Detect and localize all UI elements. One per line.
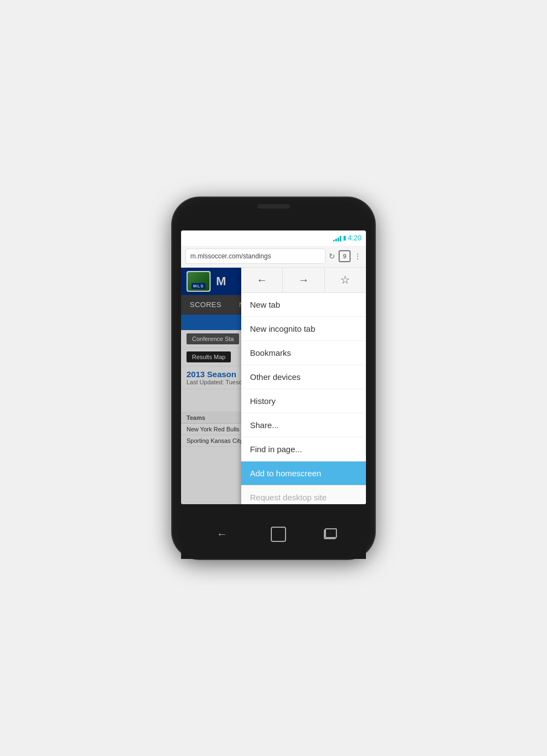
tabs-badge[interactable]: 9 — [339, 250, 351, 262]
signal-bar-2 — [335, 239, 337, 241]
bookmark-button[interactable]: ☆ — [325, 268, 366, 292]
phone-device: ▮ 4:20 m.mlssoccer.com/standings ↻ 9 ⋮ M… — [172, 198, 375, 559]
home-nav-button[interactable] — [271, 527, 286, 542]
menu-icon[interactable]: ⋮ — [354, 252, 362, 261]
address-bar: m.mlssoccer.com/standings ↻ 9 ⋮ — [181, 246, 366, 268]
menu-item-find-in-page[interactable]: Find in page... — [241, 437, 366, 461]
menu-item-new-tab[interactable]: New tab — [241, 293, 366, 317]
status-time: 4:20 — [348, 234, 362, 242]
website-content: MLS M SCORES N Conference Sta — [181, 268, 366, 504]
dropdown-overlay: ← → ☆ New tab New incognito — [181, 268, 366, 504]
url-text: m.mlssoccer.com/standings — [190, 252, 271, 260]
menu-item-incognito[interactable]: New incognito tab — [241, 317, 366, 341]
signal-icon — [333, 235, 341, 241]
menu-item-history[interactable]: History — [241, 389, 366, 413]
back-button[interactable]: ← — [241, 268, 283, 292]
status-icons: ▮ 4:20 — [333, 234, 362, 242]
battery-icon: ▮ — [343, 234, 346, 241]
menu-item-request-desktop[interactable]: Request desktop site — [241, 486, 366, 504]
signal-bar-4 — [340, 236, 341, 241]
recents-nav-button[interactable] — [324, 529, 336, 539]
status-bar: ▮ 4:20 — [181, 230, 366, 246]
signal-bar-3 — [337, 238, 339, 241]
menu-item-bookmarks[interactable]: Bookmarks — [241, 341, 366, 365]
back-nav-icon — [217, 528, 228, 540]
phone-screen: ▮ 4:20 m.mlssoccer.com/standings ↻ 9 ⋮ M… — [181, 230, 366, 504]
forward-button[interactable]: → — [283, 268, 324, 292]
menu-item-add-homescreen[interactable]: Add to homescreen — [241, 461, 366, 486]
reload-icon[interactable]: ↻ — [329, 252, 335, 261]
dropdown-nav-row: ← → ☆ — [241, 268, 366, 293]
menu-item-share[interactable]: Share... — [241, 413, 366, 437]
menu-item-other-devices[interactable]: Other devices — [241, 365, 366, 389]
bottom-nav-bar — [181, 510, 366, 559]
back-nav-button[interactable] — [211, 523, 233, 545]
signal-bar-1 — [333, 240, 335, 241]
url-input[interactable]: m.mlssoccer.com/standings — [185, 249, 325, 264]
dropdown-menu: ← → ☆ New tab New incognito — [241, 268, 366, 504]
